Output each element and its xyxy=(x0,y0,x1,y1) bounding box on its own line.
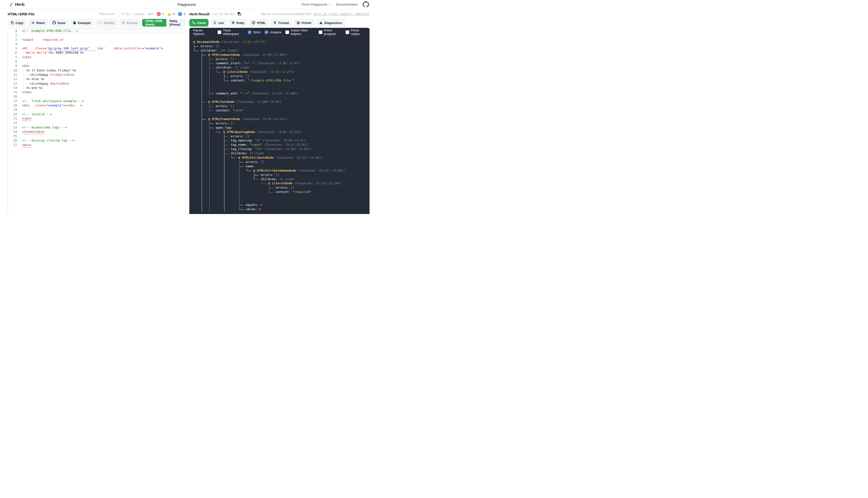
code-line[interactable]: 20<!-- invalid --> xyxy=(8,112,185,117)
tree-branch xyxy=(216,132,221,132)
code-line-content[interactable]: <input required /> xyxy=(22,38,184,42)
code-line[interactable]: 4 xyxy=(8,42,185,46)
code-line[interactable]: 6 Hello World <%= RUBY_VERSION %> xyxy=(8,51,185,55)
printer-button[interactable]: Printer xyxy=(294,19,315,27)
code-line[interactable]: 25 xyxy=(8,134,185,138)
prism-playground-link[interactable]: Prism Playground → xyxy=(302,3,331,6)
checkbox[interactable] xyxy=(218,30,221,34)
tree-branch xyxy=(224,141,228,141)
parse-button[interactable]: Parse xyxy=(189,19,209,27)
code-editor[interactable]: 1<!-- Example HTML+ERB File -->23<input … xyxy=(8,28,185,214)
code-line[interactable]: 14 <% end %> xyxy=(8,86,185,90)
share-button[interactable]: Share xyxy=(28,19,48,27)
code-line[interactable]: 23<!-- mismatched tags --> xyxy=(8,125,185,130)
code-line-content[interactable]: <% end %> xyxy=(22,86,184,90)
code-line-content[interactable]: <div>Happy Friday!</div> xyxy=(22,73,184,77)
checkbox[interactable]: ✓ xyxy=(265,30,268,34)
checkbox[interactable] xyxy=(345,30,349,34)
code-line[interactable]: 18<div class="example"></div > xyxy=(8,103,185,108)
code-line[interactable]: 16 xyxy=(8,94,185,99)
code-line-content[interactable]: <!-- Example HTML+ERB File --> xyxy=(22,29,184,33)
tab-html-erb-herb[interactable]: HTML+ERB (Herb) xyxy=(142,19,166,27)
tab-ruby-prism[interactable]: Ruby (Prism) xyxy=(166,19,185,27)
diagnostics-button[interactable]: Diagnostics xyxy=(316,19,345,27)
code-line-content[interactable] xyxy=(22,108,184,112)
code-line-content[interactable]: <!-- mismatched tags --> xyxy=(22,125,184,130)
code-line-content[interactable]: </h2> xyxy=(22,90,184,94)
ruby-button[interactable]: Ruby xyxy=(228,19,247,27)
code-line-content[interactable]: </h1> xyxy=(22,55,184,60)
code-line-content[interactable] xyxy=(22,60,184,64)
code-line[interactable]: 11 <div>Happy Friday!</div> xyxy=(8,73,185,77)
documentation-link[interactable]: Documentation xyxy=(336,3,358,6)
checkbox[interactable]: ✓ xyxy=(248,30,251,34)
code-line-content[interactable]: <div>Happy Day!</div> xyxy=(22,81,184,86)
checkbox[interactable] xyxy=(286,30,289,34)
format-button[interactable]: Format xyxy=(270,19,292,27)
code-line-content[interactable] xyxy=(22,134,184,138)
code-line[interactable]: 12 <% else %> xyxy=(8,77,185,81)
code-line[interactable]: 21</br> xyxy=(8,117,185,121)
code-line-content[interactable]: <form></div> xyxy=(22,130,184,134)
code-line[interactable]: 9<h2> xyxy=(8,64,185,68)
example-button[interactable]: Example xyxy=(70,19,93,27)
code-line-content[interactable]: <!-- invalid --> xyxy=(22,112,184,117)
code-line[interactable]: 17<!-- Track whitespace example --> xyxy=(8,99,185,103)
code-line[interactable]: 8 xyxy=(8,60,185,64)
line-number: 7 xyxy=(8,55,22,60)
tree-guide xyxy=(209,87,210,92)
indent-guide xyxy=(23,68,23,73)
code-line[interactable]: 3<input required /> xyxy=(8,38,185,42)
code-line[interactable]: 5<h1 class='bg-gray-300 text-gray" id=''… xyxy=(8,46,185,51)
ast-tree[interactable]: @ DocumentNode (location: (1:0)-(27:5)) … xyxy=(189,37,370,214)
code-line-content[interactable]: <% if Date.today.friday? %> xyxy=(22,68,184,73)
issue-button[interactable]: Issue xyxy=(50,19,68,27)
option-prism-program[interactable]: Prism program xyxy=(319,28,342,36)
code-line[interactable]: 27<div> xyxy=(8,143,185,147)
tree-guide xyxy=(224,177,225,182)
warning-icon xyxy=(319,21,323,24)
option-track-whitespace[interactable]: Track whitespace xyxy=(218,28,244,36)
code-line[interactable]: 19 xyxy=(8,108,185,112)
code-line[interactable]: 13 <div>Happy Day!</div> xyxy=(8,81,185,86)
code-line[interactable]: 10 <% if Date.today.friday? %> xyxy=(8,68,185,73)
brand[interactable]: Herb xyxy=(8,2,25,7)
option-strict[interactable]: ✓Strict xyxy=(248,30,261,34)
code-line[interactable]: 7</h1> xyxy=(8,55,185,60)
code-line-content[interactable] xyxy=(22,33,184,37)
code-line-content[interactable]: </br> xyxy=(22,117,184,121)
code-line-content[interactable]: <h2> xyxy=(22,64,184,68)
format-button[interactable]: Format xyxy=(119,19,140,27)
code-line-content[interactable]: <!-- Track whitespace example --> xyxy=(22,99,184,103)
github-icon xyxy=(52,21,56,24)
lex-button[interactable]: Lex xyxy=(210,19,226,27)
button-label: HTML xyxy=(257,21,265,25)
code-line[interactable]: 22 xyxy=(8,121,185,125)
option-prism-nodes[interactable]: Prism nodes xyxy=(345,28,366,36)
line-number: 3 xyxy=(8,38,22,42)
github-icon[interactable] xyxy=(363,1,369,8)
autofix-button[interactable]: Autofix xyxy=(95,19,117,27)
code-line-content[interactable] xyxy=(22,94,184,99)
code-line-content[interactable] xyxy=(22,42,184,46)
code-line-content[interactable]: <% else %> xyxy=(22,77,184,81)
code-line[interactable]: 26<!-- missing closing tag --> xyxy=(8,138,185,143)
code-line-content[interactable]: <div class="example"></div > xyxy=(22,103,184,108)
code-line[interactable]: 24<form></div> xyxy=(8,130,185,134)
version-link[interactable]: v0.8.10 (+183 commits) 2402c957 xyxy=(314,12,370,16)
checkbox[interactable] xyxy=(319,30,322,34)
copy-button[interactable]: Copy xyxy=(8,19,26,27)
code-line-content[interactable]: <div> xyxy=(22,143,184,147)
code-line-content[interactable]: <!-- missing closing tag --> xyxy=(22,138,184,143)
option-action-view-helpers[interactable]: Action View helpers xyxy=(286,28,314,36)
line-number: 8 xyxy=(8,60,22,64)
code-line[interactable]: 2 xyxy=(8,33,185,37)
copy-result-icon[interactable] xyxy=(237,12,241,16)
code-line-content[interactable]: <h1 class='bg-gray-300 text-gray" id='' … xyxy=(22,46,184,51)
code-line-content[interactable] xyxy=(22,121,184,125)
option-analyze[interactable]: ✓Analyze xyxy=(265,30,281,34)
code-line[interactable]: 15</h2> xyxy=(8,90,185,94)
code-line-content[interactable]: Hello World <%= RUBY_VERSION %> xyxy=(22,51,184,55)
html-button[interactable]: HTML xyxy=(249,19,268,27)
code-line[interactable]: 1<!-- Example HTML+ERB File --> xyxy=(8,29,185,33)
